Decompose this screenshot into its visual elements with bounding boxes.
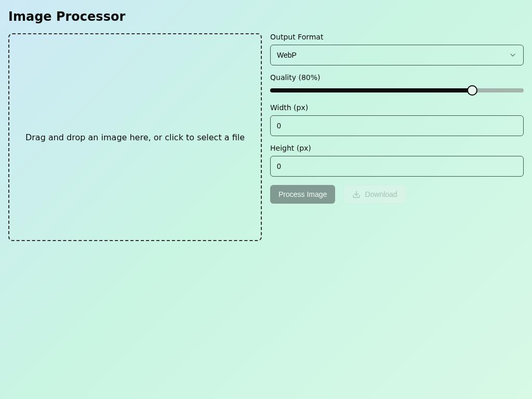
width-label: Width (px) [270, 104, 524, 111]
format-field: Output Format WebP [270, 33, 524, 65]
download-button[interactable]: Download [343, 185, 406, 204]
format-label: Output Format [270, 33, 524, 41]
dropzone-prompt: Drag and drop an image here, or click to… [25, 132, 245, 142]
quality-field: Quality (80%) [270, 74, 524, 96]
quality-label: Quality (80%) [270, 74, 524, 81]
slider-track [270, 88, 524, 92]
quality-slider[interactable] [270, 85, 524, 96]
download-icon [352, 190, 361, 198]
format-selected-value: WebP [277, 51, 297, 59]
format-select[interactable]: WebP [270, 45, 524, 65]
width-field: Width (px) [270, 104, 524, 136]
slider-range [270, 88, 472, 92]
height-input[interactable] [270, 156, 524, 177]
button-row: Process Image Download [270, 185, 524, 204]
main-grid: Drag and drop an image here, or click to… [8, 33, 524, 241]
process-button-label: Process Image [278, 190, 327, 198]
width-input[interactable] [270, 115, 524, 136]
page-title: Image Processor [8, 8, 524, 25]
image-dropzone[interactable]: Drag and drop an image here, or click to… [8, 33, 262, 241]
process-button[interactable]: Process Image [270, 185, 335, 204]
download-button-label: Download [365, 190, 397, 198]
slider-thumb[interactable] [467, 85, 477, 96]
height-field: Height (px) [270, 144, 524, 177]
controls-panel: Output Format WebP Quality (80%) Width (… [270, 33, 524, 241]
chevron-down-icon [509, 51, 517, 59]
height-label: Height (px) [270, 144, 524, 152]
